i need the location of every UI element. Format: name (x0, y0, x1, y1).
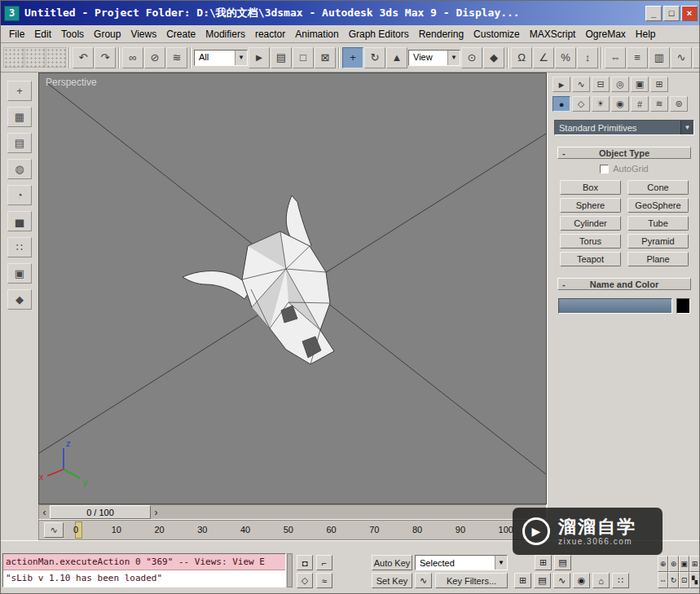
subtab-cameras[interactable]: ◉ (611, 96, 629, 112)
reactor-toolbar-button-7[interactable]: ∷ (7, 237, 32, 257)
tab-hierarchy[interactable]: ⊟ (592, 77, 610, 92)
minimize-button[interactable]: _ (645, 6, 662, 21)
menu-group[interactable]: Group (89, 26, 125, 42)
object-type-rollout-header[interactable]: - Object Type (557, 147, 691, 159)
viewport-canvas[interactable]: x z y (39, 73, 546, 504)
object-type-cylinder-button[interactable]: Cylinder (560, 216, 621, 231)
status-misc-button[interactable]: ∿ (553, 573, 570, 588)
reactor-toolbar-button-4[interactable]: ◍ (7, 159, 32, 179)
keyboard-override-toggle[interactable]: ⌐ (316, 555, 332, 570)
skull-model[interactable] (183, 196, 334, 364)
time-slider-handle[interactable]: 0 / 100 (50, 505, 151, 519)
maxscript-mini-listener[interactable]: actionMan.executeAction 0 "369" -- Views… (2, 553, 286, 587)
reactor-toolbar-button-2[interactable]: ▦ (7, 107, 32, 127)
mini-curve-editor-button[interactable]: ∿ (44, 522, 64, 538)
align-button[interactable]: ≡ (627, 47, 648, 68)
default-in-out-tangents-button[interactable]: ∿ (415, 573, 432, 588)
zoom-all-button[interactable]: ⊛ (668, 556, 679, 572)
zoom-extents-all-button[interactable]: ⊞ (689, 556, 700, 572)
chevron-down-icon[interactable]: ▼ (235, 51, 247, 65)
object-name-field[interactable] (558, 298, 672, 314)
select-object-button[interactable]: ► (249, 47, 270, 68)
object-type-pyramid-button[interactable]: Pyramid (627, 234, 689, 249)
track-bar[interactable]: ∿ 0 10 20 30 40 50 60 70 80 90 100 (38, 520, 547, 540)
viewport-label[interactable]: Perspective (46, 77, 97, 88)
menu-ogremax[interactable]: OgreMax (580, 26, 630, 42)
curve-editor-button[interactable]: ∿ (671, 47, 692, 68)
arc-rotate-button[interactable]: ↻ (668, 572, 679, 588)
selection-lock-toggle[interactable]: ◘ (297, 555, 313, 570)
percent-snap-button[interactable]: % (555, 47, 576, 68)
object-color-swatch[interactable] (676, 298, 690, 314)
select-and-rotate-button[interactable]: ↻ (364, 47, 385, 68)
macro-recorder-line[interactable]: actionMan.executeAction 0 "369" -- Views… (3, 554, 285, 570)
schematic-view-button[interactable]: ⊞ (693, 47, 700, 68)
reactor-toolbar-button-6[interactable]: ▅ (7, 211, 32, 231)
status-misc-button[interactable]: ◉ (573, 573, 590, 588)
menu-reactor[interactable]: reactor (250, 26, 290, 42)
chevron-down-icon[interactable]: ▼ (680, 121, 693, 134)
reactor-toolbar-button-8[interactable]: ▣ (7, 263, 32, 284)
reactor-toolbar-button-1[interactable]: + (7, 81, 32, 101)
key-filters-button[interactable]: Key Filters... (435, 573, 508, 588)
previous-frame-arrow-icon[interactable]: ‹ (39, 505, 50, 519)
listener-line[interactable]: "sLib v 1.10 has been loaded" (3, 570, 285, 587)
reference-coordinate-dropdown[interactable]: View ▼ (408, 50, 460, 66)
autogrid-checkbox[interactable] (600, 165, 609, 174)
subtab-geometry[interactable]: ● (553, 96, 570, 112)
tab-motion[interactable]: ◎ (611, 77, 629, 92)
close-button[interactable]: × (681, 6, 698, 21)
zoom-button[interactable]: ⊕ (658, 556, 668, 572)
menu-edit[interactable]: Edit (29, 26, 56, 42)
menu-customize[interactable]: Customize (469, 26, 525, 42)
chevron-down-icon[interactable]: ▼ (447, 51, 460, 65)
spinner-snap-button[interactable]: ↕ (577, 47, 598, 68)
maximize-button[interactable]: □ (663, 6, 680, 21)
zoom-region-button[interactable]: ⊡ (679, 572, 689, 588)
snap-toggle-button[interactable]: Ω (511, 47, 532, 68)
adaptive-degradation-toggle[interactable]: ≈ (316, 573, 332, 588)
object-type-torus-button[interactable]: Torus (560, 234, 621, 249)
select-and-link-button[interactable]: ∞ (122, 47, 143, 68)
object-type-sphere-button[interactable]: Sphere (560, 198, 621, 213)
primitive-category-dropdown[interactable]: Standard Primitives ▼ (554, 120, 694, 135)
auto-key-button[interactable]: Auto Key (372, 555, 412, 570)
subtab-lights[interactable]: ☀ (592, 96, 610, 112)
min-max-toggle-button[interactable]: ▚ (689, 572, 700, 588)
select-by-name-button[interactable]: ▤ (271, 47, 292, 68)
menu-views[interactable]: Views (125, 26, 161, 42)
mirror-button[interactable]: ⇔ (605, 47, 626, 68)
unlink-selection-button[interactable]: ⊘ (144, 47, 165, 68)
layer-manager-button[interactable]: ▥ (649, 47, 670, 68)
menu-create[interactable]: Create (161, 26, 200, 42)
object-type-box-button[interactable]: Box (560, 180, 621, 195)
menu-tools[interactable]: Tools (56, 26, 89, 42)
pan-view-button[interactable]: ⇔ (658, 572, 668, 588)
redo-button[interactable]: ↷ (95, 47, 116, 68)
subtab-space-warps[interactable]: ≋ (650, 96, 668, 112)
select-and-scale-button[interactable]: ▲ (386, 47, 407, 68)
subtab-systems[interactable]: ⊚ (670, 96, 688, 112)
window-crossing-button[interactable]: ⊠ (315, 47, 336, 68)
listener-scrollbar[interactable] (287, 553, 293, 587)
perspective-viewport[interactable]: Perspective x z y (38, 73, 547, 504)
select-and-move-button[interactable]: + (342, 47, 363, 68)
reactor-toolbar-button-9[interactable]: ◆ (7, 289, 32, 310)
reactor-toolbar-button-3[interactable]: ▤ (7, 133, 32, 153)
zoom-extents-button[interactable]: ▣ (679, 556, 689, 572)
status-misc-button[interactable]: ⊞ (514, 573, 531, 588)
subtab-shapes[interactable]: ◇ (572, 96, 590, 112)
app-icon[interactable]: 3 (4, 6, 20, 21)
status-misc-button[interactable]: ▤ (534, 573, 551, 588)
menu-file[interactable]: File (4, 26, 29, 42)
key-selection-dropdown[interactable]: Selected ▼ (415, 555, 508, 570)
object-type-geosphere-button[interactable]: GeoSphere (627, 198, 689, 213)
menu-animation[interactable]: Animation (290, 26, 343, 42)
tab-modify[interactable]: ∿ (572, 77, 590, 92)
name-color-rollout-header[interactable]: - Name and Color (557, 278, 691, 290)
reactor-toolbar-button-5[interactable]: ◔ (7, 185, 32, 205)
select-and-manipulate-button[interactable]: ◆ (483, 47, 504, 68)
menu-rendering[interactable]: Rendering (414, 26, 469, 42)
menu-modifiers[interactable]: Modifiers (200, 26, 250, 42)
tab-create[interactable]: ► (553, 77, 570, 92)
